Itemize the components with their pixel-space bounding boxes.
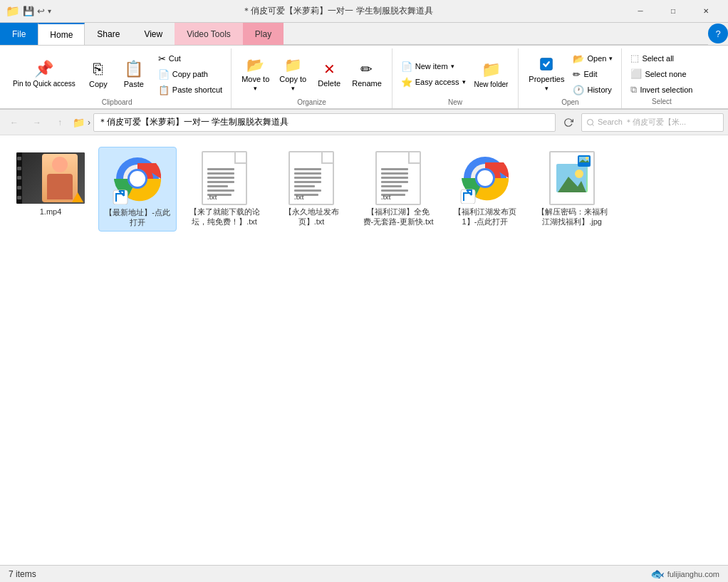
folder-icon: 📁 xyxy=(6,4,20,18)
select-none-button[interactable]: ⬜ Select none xyxy=(628,66,695,82)
ribbon-group-clipboard: 📌 Pin to Quick access ⎘ Copy 📋 Paste ✂ C… xyxy=(3,48,232,108)
back-button[interactable]: ← xyxy=(4,113,24,132)
ribbon-group-select: ⬚ Select all ⬜ Select none ⧉ Invert sele… xyxy=(622,48,701,108)
file-icon-area: .txt xyxy=(364,150,432,207)
refresh-button[interactable] xyxy=(558,113,578,132)
file-icon-area xyxy=(538,150,606,207)
window-title: ＊俏皮可爱【米萝莉】一对一 学生制服脱衣舞道具 xyxy=(51,5,624,17)
paste-button[interactable]: 📋 Paste xyxy=(117,50,151,98)
tab-view[interactable]: View xyxy=(132,23,175,45)
new-item-button[interactable]: 📄 New item ▾ xyxy=(398,58,469,74)
tab-file[interactable]: File xyxy=(0,23,38,45)
file-icon-area xyxy=(451,150,519,207)
file-item[interactable]: 1.mp4 xyxy=(11,147,90,232)
new-items: 📄 New item ▾ ⭐ Easy access ▾ 📁 New folde… xyxy=(398,50,513,98)
easy-access-button[interactable]: ⭐ Easy access ▾ xyxy=(398,74,469,90)
watermark-icon: 🐟 xyxy=(650,567,665,581)
open-label: Open xyxy=(561,98,578,108)
copy-to-button[interactable]: 📁 Copy to ▾ xyxy=(275,50,311,98)
delete-button[interactable]: ✕ Delete xyxy=(312,50,346,98)
new-folder-button[interactable]: 📁 New folder xyxy=(470,50,513,98)
file-name: 【福利江湖发布页1】-点此打开 xyxy=(449,207,521,227)
path-text: ＊俏皮可爱【米萝莉】一对一 学生制服脱衣舞道具 xyxy=(98,116,288,128)
move-to-button[interactable]: 📂 Move to ▾ xyxy=(237,50,274,98)
chrome-icon xyxy=(112,153,163,204)
ribbon-group-new: 📄 New item ▾ ⭐ Easy access ▾ 📁 New folde… xyxy=(392,48,519,108)
tab-share[interactable]: Share xyxy=(85,23,132,45)
rename-button[interactable]: ✏ Rename xyxy=(348,50,386,98)
select-label: Select xyxy=(652,98,672,107)
file-item[interactable]: 【解压密码：来福利江湖找福利】.jpg xyxy=(533,147,611,232)
svg-point-6 xyxy=(130,171,145,187)
open-small-buttons: 📂 Open ▾ ✏ Edit 🕐 History xyxy=(570,51,615,98)
copy-path-button[interactable]: 📄 Copy path xyxy=(155,66,225,82)
tab-video-tools[interactable]: Video Tools xyxy=(175,23,243,45)
forward-button[interactable]: → xyxy=(27,113,47,132)
edit-button[interactable]: ✏ Edit xyxy=(570,66,615,82)
file-item[interactable]: .txt 【福利江湖】全免费-无套路-更新快.txt xyxy=(359,147,437,232)
file-item[interactable]: 【福利江湖发布页1】-点此打开 xyxy=(446,147,524,232)
svg-point-16 xyxy=(575,170,583,178)
path-separator: › xyxy=(88,118,90,128)
svg-point-1 xyxy=(588,119,593,125)
ribbon-group-open: Properties ▾ 📂 Open ▾ ✏ Edit 🕐 History xyxy=(519,48,622,108)
history-button[interactable]: 🕐 History xyxy=(570,82,615,98)
video-thumbnail xyxy=(16,152,85,204)
clipboard-small-buttons: ✂ Cut 📄 Copy path 📋 Paste shortcut xyxy=(155,51,225,98)
clipboard-items: 📌 Pin to Quick access ⎘ Copy 📋 Paste ✂ C… xyxy=(9,50,225,98)
pin-to-quick-access-button[interactable]: 📌 Pin to Quick access xyxy=(9,50,80,98)
properties-button[interactable]: Properties ▾ xyxy=(524,50,568,98)
close-button[interactable]: ✕ xyxy=(690,0,722,23)
file-name: 【解压密码：来福利江湖找福利】.jpg xyxy=(536,207,608,227)
window-controls: ─ □ ✕ xyxy=(624,0,722,23)
open-items: Properties ▾ 📂 Open ▾ ✏ Edit 🕐 History xyxy=(524,50,615,98)
txt-file-icon: .txt xyxy=(375,151,421,205)
file-name: 【福利江湖】全免费-无套路-更新快.txt xyxy=(363,207,434,227)
paste-shortcut-button[interactable]: 📋 Paste shortcut xyxy=(155,82,225,98)
file-name: 【来了就能下载的论坛，纯免费！】.txt xyxy=(189,207,260,227)
folder-path-icon: 📁 xyxy=(73,117,85,128)
search-box[interactable]: Search ＊俏皮可爱【米... xyxy=(581,113,724,132)
file-icon-area xyxy=(16,150,85,207)
title-bar: 📁 💾 ↩ ▾ ＊俏皮可爱【米萝莉】一对一 学生制服脱衣舞道具 ─ □ ✕ xyxy=(0,0,728,23)
copy-button[interactable]: ⎘ Copy xyxy=(81,50,115,98)
address-path[interactable]: ＊俏皮可爱【米萝莉】一对一 学生制服脱衣舞道具 xyxy=(93,113,556,132)
file-icon-area xyxy=(103,150,172,207)
file-icon-area: .txt xyxy=(277,150,345,207)
chrome-icon xyxy=(459,152,511,204)
file-name: 【最新地址】-点此打开 xyxy=(102,207,173,228)
image-file-icon xyxy=(549,151,595,205)
minimize-button[interactable]: ─ xyxy=(624,0,657,23)
clipboard-label: Clipboard xyxy=(102,98,132,108)
help-button[interactable]: ? xyxy=(708,24,728,43)
watermark: 🐟 fulijianghu.com xyxy=(650,567,719,581)
up-button[interactable]: ↑ xyxy=(50,113,70,132)
select-small-buttons: ⬚ Select all ⬜ Select none ⧉ Invert sele… xyxy=(628,51,695,98)
ribbon: 📌 Pin to Quick access ⎘ Copy 📋 Paste ✂ C… xyxy=(0,46,728,110)
tab-play[interactable]: Play xyxy=(243,23,284,45)
title-bar-icons: 📁 💾 ↩ ▾ xyxy=(6,4,51,18)
file-item[interactable]: .txt 【永久地址发布页】.txt xyxy=(272,147,350,232)
organize-items: 📂 Move to ▾ 📁 Copy to ▾ ✕ Delete ✏ Renam… xyxy=(237,50,386,98)
open-button[interactable]: 📂 Open ▾ xyxy=(570,51,615,66)
file-name: 1.mp4 xyxy=(40,207,62,217)
cut-button[interactable]: ✂ Cut xyxy=(155,51,225,66)
file-item[interactable]: 【最新地址】-点此打开 xyxy=(98,147,177,232)
select-all-button[interactable]: ⬚ Select all xyxy=(628,51,695,66)
tab-home[interactable]: Home xyxy=(38,23,85,45)
address-bar: ← → ↑ 📁 › ＊俏皮可爱【米萝莉】一对一 学生制服脱衣舞道具 Search… xyxy=(0,110,728,135)
svg-line-2 xyxy=(592,124,593,125)
undo-icon: ↩ xyxy=(37,6,45,16)
txt-file-icon: .txt xyxy=(288,151,334,205)
invert-selection-button[interactable]: ⧉ Invert selection xyxy=(628,82,695,98)
svg-point-12 xyxy=(477,170,493,186)
file-item[interactable]: .txt 【来了就能下载的论坛，纯免费！】.txt xyxy=(185,147,264,232)
file-icon-area: .txt xyxy=(190,150,259,207)
organize-label: Organize xyxy=(297,98,326,108)
status-bar: 7 items 🐟 fulijianghu.com xyxy=(0,565,728,582)
file-area: 1.mp4 xyxy=(0,135,728,565)
maximize-button[interactable]: □ xyxy=(657,0,690,23)
txt-file-icon: .txt xyxy=(202,151,247,205)
save-icon: 💾 xyxy=(23,6,34,16)
ribbon-group-organize: 📂 Move to ▾ 📁 Copy to ▾ ✕ Delete ✏ Renam… xyxy=(232,48,392,108)
